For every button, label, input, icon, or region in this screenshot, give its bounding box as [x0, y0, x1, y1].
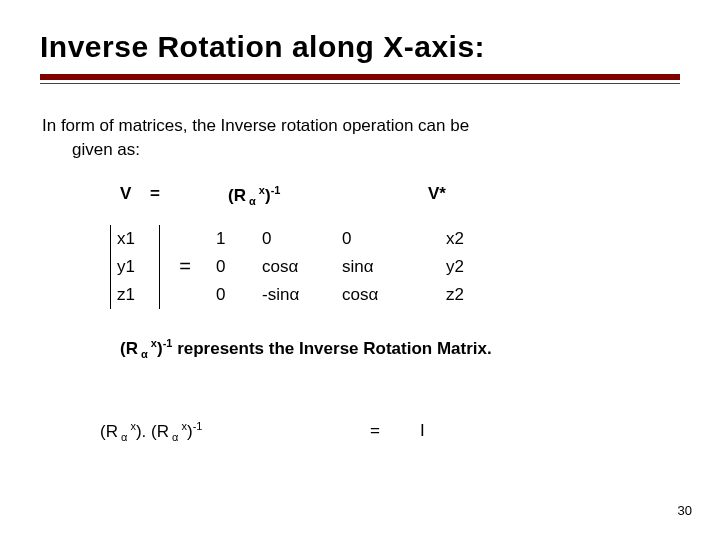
v-y1: y1 [117, 257, 155, 277]
m11: 1 [216, 229, 244, 249]
vector-vstar: x2 y2 z2 [446, 225, 496, 309]
identity-rhs: I [420, 421, 425, 441]
matrix-col-1: 1 0 0 [210, 225, 256, 309]
v-x1: x1 [117, 229, 155, 249]
r-exp: -1 [271, 184, 281, 196]
b-exp: -1 [193, 420, 203, 432]
header-eq: = [150, 184, 228, 207]
slide-title: Inverse Rotation along X-axis: [40, 30, 680, 64]
intro-text: In form of matrices, the Inverse rotatio… [40, 114, 680, 162]
v-x2: x2 [446, 229, 496, 249]
b-open: (R [151, 421, 169, 440]
v-z2: z2 [446, 285, 496, 305]
m21: 0 [216, 257, 244, 277]
m31: 0 [216, 285, 244, 305]
dot: . [142, 421, 151, 440]
matrix-col-3: 0 sinα cosα [336, 225, 406, 309]
header-vstar: V* [428, 184, 446, 207]
m33: cosα [342, 285, 394, 305]
identity-lhs: (R α x). (R α x)-1 [100, 420, 330, 443]
equals-sign: = [160, 255, 210, 278]
m22: cosα [262, 257, 324, 277]
note-r-exp: -1 [163, 337, 173, 349]
header-v: V [40, 184, 150, 207]
matrix-col-2: 0 cosα -sinα [256, 225, 336, 309]
v-y2: y2 [446, 257, 496, 277]
a-sub: α [118, 431, 130, 443]
header-r-inverse: (R α x)-1 [228, 184, 428, 207]
a-open: (R [100, 421, 118, 440]
identity-equation: (R α x). (R α x)-1 = I [40, 420, 680, 443]
note-r-sub: α [138, 348, 151, 360]
m32: -sinα [262, 285, 324, 305]
equation-header-row: V = (R α x)-1 V* [40, 184, 680, 207]
vector-v: x1 y1 z1 [110, 225, 160, 309]
note-line: (R α x)-1 represents the Inverse Rotatio… [40, 337, 680, 360]
intro-line-2: given as: [42, 138, 680, 162]
b-sub: α [169, 431, 181, 443]
r-sub: α [246, 195, 259, 207]
note-r-open: (R [120, 338, 138, 357]
r-open: (R [228, 185, 246, 204]
title-underline-thick [40, 74, 680, 80]
identity-eq: = [330, 421, 420, 441]
note-rest: represents the Inverse Rotation Matrix. [172, 338, 491, 357]
v-z1: z1 [117, 285, 155, 305]
matrix-equation-row: x1 y1 z1 = 1 0 0 0 cosα -sinα 0 sinα cos… [40, 225, 680, 309]
m23: sinα [342, 257, 394, 277]
m12: 0 [262, 229, 324, 249]
intro-line-1: In form of matrices, the Inverse rotatio… [42, 116, 469, 135]
title-underline-thin [40, 83, 680, 84]
slide-number: 30 [678, 503, 692, 518]
m13: 0 [342, 229, 394, 249]
